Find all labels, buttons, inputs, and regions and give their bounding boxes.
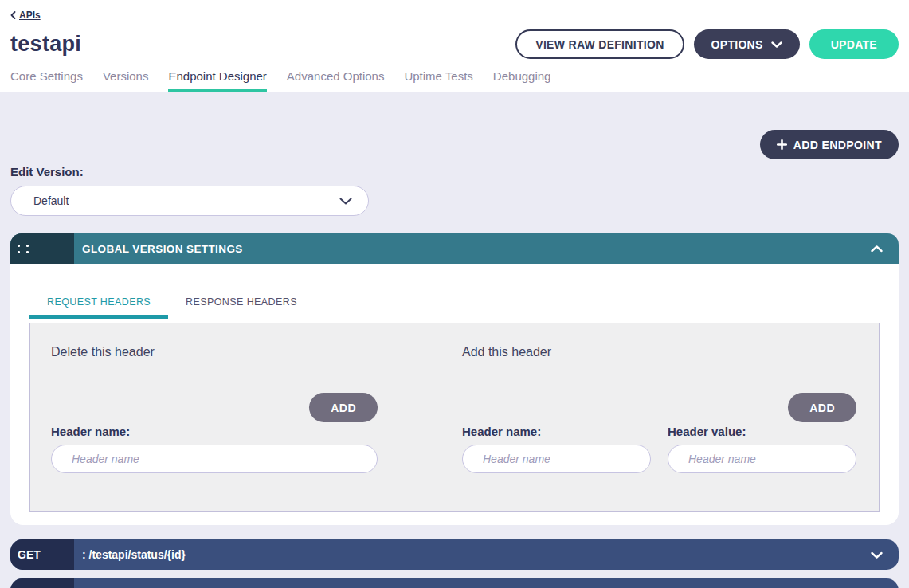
tab-debugging[interactable]: Debugging xyxy=(493,69,551,92)
chevron-down-icon[interactable] xyxy=(871,578,899,588)
back-link-label: APIs xyxy=(19,10,41,21)
add-endpoint-label: ADD ENDPOINT xyxy=(793,139,882,151)
options-button-label: OPTIONS xyxy=(711,38,763,51)
update-button[interactable]: UPDATE xyxy=(809,29,899,59)
global-version-settings-accordion: GLOBAL VERSION SETTINGS REQUEST HEADERS … xyxy=(10,233,899,525)
tab-endpoint-designer[interactable]: Endpoint Designer xyxy=(168,69,266,92)
delete-header-name-label: Header name: xyxy=(51,425,378,438)
delete-header-title: Delete this header xyxy=(51,345,378,359)
add-header-value-input[interactable] xyxy=(668,445,856,473)
delete-header-section: Delete this header ADD Header name: xyxy=(51,345,378,511)
endpoint-bar-json[interactable]: GET : /testapi/json xyxy=(10,578,899,588)
request-headers-box: Delete this header ADD Header name: Add … xyxy=(29,323,880,512)
add-header-section: Add this header ADD Header name: Header … xyxy=(462,345,856,511)
global-version-settings-title: GLOBAL VERSION SETTINGS xyxy=(74,233,871,264)
main-tab-bar: Core Settings Versions Endpoint Designer… xyxy=(10,69,899,92)
add-header-fields: Header name: Header value: xyxy=(462,422,856,473)
page-title: testapi xyxy=(10,32,81,57)
add-header-name-field: Header name: xyxy=(462,422,651,473)
tab-uptime-tests[interactable]: Uptime Tests xyxy=(404,69,472,92)
delete-header-add-button[interactable]: ADD xyxy=(309,393,378,422)
options-button[interactable]: OPTIONS xyxy=(694,29,800,59)
chevron-down-icon xyxy=(339,198,352,205)
global-version-settings-header[interactable]: GLOBAL VERSION SETTINGS xyxy=(10,233,899,264)
delete-add-button-row: ADD xyxy=(51,393,378,422)
app-header: APIs testapi VIEW RAW DEFINITION OPTIONS… xyxy=(0,0,909,92)
version-select-value: Default xyxy=(33,194,69,207)
endpoint-method-badge: GET xyxy=(10,578,74,588)
endpoint-bar-status[interactable]: GET : /testapi/status/{id} xyxy=(10,539,899,570)
add-header-value-field: Header value: xyxy=(668,422,856,473)
endpoint-path: : /testapi/json xyxy=(74,578,871,588)
edit-version-label: Edit Version: xyxy=(10,165,899,178)
tab-core-settings[interactable]: Core Settings xyxy=(10,69,83,92)
add-header-value-label: Header value: xyxy=(668,425,856,438)
view-raw-definition-button[interactable]: VIEW RAW DEFINITION xyxy=(515,29,684,59)
drag-handle[interactable] xyxy=(10,233,74,264)
chevron-up-icon[interactable] xyxy=(871,233,899,264)
tab-request-headers[interactable]: REQUEST HEADERS xyxy=(29,296,168,319)
add-endpoint-button[interactable]: ADD ENDPOINT xyxy=(760,130,899,159)
back-to-apis-link[interactable]: APIs xyxy=(10,10,41,21)
tab-versions[interactable]: Versions xyxy=(103,69,149,92)
chevron-down-icon xyxy=(771,41,782,48)
endpoint-designer-content: ADD ENDPOINT Edit Version: Default GLOBA… xyxy=(0,92,909,588)
add-header-name-label: Header name: xyxy=(462,425,651,438)
add-add-button-row: ADD xyxy=(462,393,856,422)
add-header-name-input[interactable] xyxy=(462,445,651,473)
delete-header-name-input[interactable] xyxy=(51,445,378,473)
endpoint-path: : /testapi/status/{id} xyxy=(74,539,871,570)
plus-icon xyxy=(777,139,787,150)
add-header-title: Add this header xyxy=(462,345,856,359)
endpoint-method-badge: GET xyxy=(10,539,74,570)
tab-advanced-options[interactable]: Advanced Options xyxy=(287,69,385,92)
global-version-settings-panel: REQUEST HEADERS RESPONSE HEADERS Delete … xyxy=(10,264,899,525)
chevron-left-icon xyxy=(10,11,16,19)
chevron-down-icon[interactable] xyxy=(871,539,899,570)
headers-tab-bar: REQUEST HEADERS RESPONSE HEADERS xyxy=(29,296,880,319)
version-select[interactable]: Default xyxy=(10,186,369,216)
drag-dots-icon xyxy=(18,245,29,253)
tab-response-headers[interactable]: RESPONSE HEADERS xyxy=(168,296,315,319)
add-header-add-button[interactable]: ADD xyxy=(788,393,856,422)
title-row: testapi VIEW RAW DEFINITION OPTIONS UPDA… xyxy=(10,29,899,59)
header-actions: VIEW RAW DEFINITION OPTIONS UPDATE xyxy=(515,29,899,59)
add-endpoint-row: ADD ENDPOINT xyxy=(10,92,899,159)
